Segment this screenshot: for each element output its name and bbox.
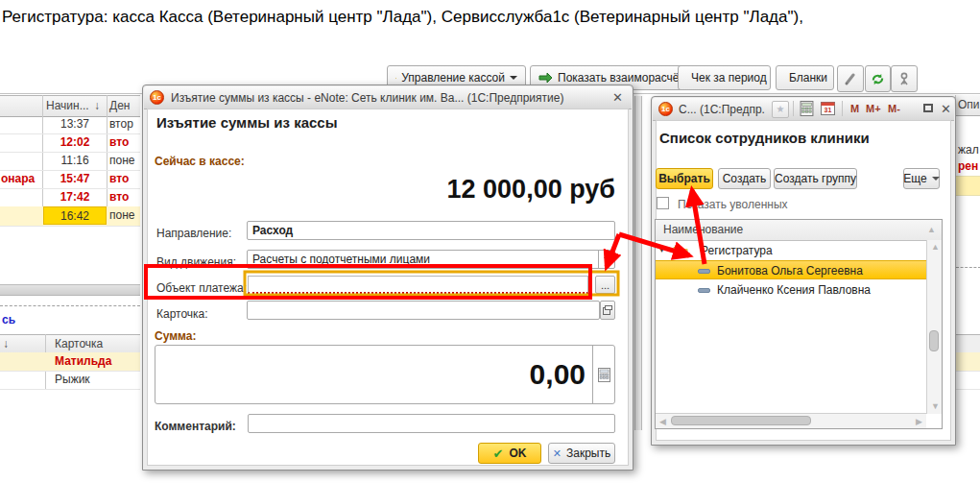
svg-text:31: 31 (825, 107, 832, 113)
schedule-row-selected[interactable]: 16:42 поне (0, 206, 140, 227)
employees-dialog-titlebar[interactable]: 1с С... (1С:Предпр. ★ 31 М М+ М- ✕ (653, 98, 954, 121)
payment-object-field[interactable] (248, 276, 588, 294)
tree-employee-row-selected[interactable]: Бонитова Ольга Сергеевна (656, 260, 926, 279)
create-label: Создать (723, 172, 767, 185)
movement-field[interactable]: Расчеты с подотчетными лицами (247, 250, 615, 269)
create-button[interactable]: Создать (718, 168, 771, 189)
vertical-scrollbar[interactable]: ▲ ▼ (926, 240, 942, 414)
schedule-row[interactable]: 12:02 вто (0, 133, 140, 153)
page-title: Регистратура: касса Касса (Ветеринарный … (2, 8, 980, 27)
check-icon: ✔ (493, 447, 504, 461)
pane-splitter[interactable] (0, 284, 140, 296)
direction-field[interactable]: Расход (247, 221, 615, 240)
tree-employee-row[interactable]: Клайченко Ксения Павловна (656, 280, 926, 300)
calculator-icon (800, 101, 814, 116)
select-button[interactable]: Выбрать (656, 168, 713, 189)
schedule-row[interactable]: 13:37 втор (0, 115, 140, 134)
close-button[interactable]: ✕ Закрыть (548, 443, 615, 464)
sum-label: Сумма: (155, 329, 196, 343)
payment-object-picker-button[interactable]: ... (595, 276, 615, 294)
employee-name: Бонитова Ольга Сергеевна (717, 264, 863, 278)
horizontal-scrollbar[interactable]: ◀ ▶ (656, 413, 926, 428)
schedule-col-time[interactable]: Начин... (46, 99, 89, 112)
card-row[interactable]: Рыжик (0, 371, 140, 390)
manage-cash-label: Управление кассой (401, 71, 505, 85)
strip-header-label: Опи (958, 98, 980, 111)
chevron-down-icon (604, 257, 611, 261)
close-x-icon: ✕ (553, 447, 562, 460)
memory-m-button[interactable]: М (850, 103, 859, 114)
blanks-button[interactable]: Бланки (776, 65, 834, 90)
withdraw-dialog-titlebar[interactable]: 1с Изъятие суммы из кассы - eNote: Сеть … (144, 86, 632, 109)
schedule-row[interactable]: онара 15:47 вто (0, 170, 140, 189)
strip-row: жал (958, 143, 979, 157)
movement-dropdown-button[interactable] (598, 251, 615, 268)
dashed-divider (0, 305, 140, 306)
show-fired-checkbox[interactable] (657, 197, 669, 209)
partial-link[interactable]: сь (2, 313, 15, 326)
chevron-down-icon (932, 177, 940, 181)
cards-header-row[interactable]: ↓ Карточка (0, 334, 140, 354)
pen-icon (844, 72, 857, 85)
scroll-up-icon[interactable]: ▲ (931, 243, 940, 252)
select-label: Выбрать (658, 172, 710, 185)
cell-time: 17:42 (43, 190, 107, 204)
open-form-icon (603, 305, 612, 315)
folder-icon (673, 244, 688, 261)
withdraw-dialog-title: Изъятие суммы из кассы - eNote: Сеть кли… (171, 91, 563, 105)
cell-card: Матильда (55, 354, 111, 368)
cards-col-card[interactable]: Карточка (55, 337, 103, 350)
create-group-button[interactable]: Создать группу (774, 168, 857, 189)
keys-button[interactable] (891, 65, 918, 92)
schedule-row[interactable]: 11:16 поне (0, 152, 140, 171)
receipt-period-button[interactable]: Чек за период (678, 65, 771, 90)
tree-group-row[interactable]: ▾ Регистратура (656, 241, 926, 260)
employees-heading: Список сотрудников клиники (659, 130, 870, 146)
schedule-row[interactable]: 17:42 вто (0, 188, 140, 207)
employee-name: Клайченко Ксения Павловна (717, 283, 871, 297)
memory-mplus-button[interactable]: М+ (866, 103, 881, 114)
card-field[interactable] (247, 301, 600, 320)
cashbox-icon (395, 71, 396, 85)
ok-button[interactable]: ✔ OK (478, 443, 541, 464)
cash-now-amount: 12 000,00 руб (447, 175, 615, 205)
schedule-header-row[interactable]: Начин... ↓ Ден (0, 95, 140, 117)
cell-name: онара (1, 172, 35, 185)
calendar-button[interactable]: 31 (821, 101, 835, 119)
cash-now-label: Сейчас в кассе: (155, 155, 245, 168)
memory-mminus-button[interactable]: М- (888, 103, 900, 114)
cell-time: 13:37 (43, 117, 107, 131)
maximize-icon[interactable] (923, 104, 933, 112)
vertical-scroll-thumb[interactable] (929, 330, 939, 351)
close-icon[interactable]: ✕ (941, 102, 951, 116)
comment-label: Комментарий: (155, 420, 236, 433)
movement-label: Вид движения: (156, 255, 236, 269)
sum-box[interactable]: 0,00 (155, 345, 615, 404)
scroll-right-icon[interactable]: ▶ (916, 418, 922, 426)
more-label: Еще (903, 172, 926, 185)
card-picker-button[interactable] (600, 301, 615, 320)
refresh-button[interactable] (865, 65, 891, 92)
horizontal-scroll-thumb[interactable] (671, 416, 811, 425)
schedule-col-day[interactable]: Ден (109, 99, 130, 112)
scroll-down-icon[interactable]: ▼ (931, 402, 940, 411)
app-logo-icon: 1с (150, 90, 164, 105)
pen-button[interactable] (837, 65, 864, 92)
more-button[interactable]: Еще (903, 168, 940, 189)
expand-icon[interactable]: ▾ (659, 244, 664, 254)
ellipsis-label: ... (601, 279, 610, 291)
close-icon[interactable]: ✕ (612, 90, 623, 105)
card-label: Карточка: (156, 307, 208, 321)
strip-white-row (956, 371, 980, 390)
card-row[interactable]: Матильда (0, 352, 140, 372)
calculator-button[interactable] (800, 101, 814, 119)
cell-time: 11:16 (43, 154, 107, 167)
scroll-left-icon[interactable]: ◀ (659, 418, 666, 426)
comment-field[interactable] (248, 414, 615, 433)
strip-highlight-cell (956, 176, 980, 196)
favorites-star-icon[interactable]: ★ (772, 101, 789, 118)
keys-icon (897, 72, 911, 86)
background-scroll-strip[interactable] (634, 96, 642, 430)
sum-calc-zone[interactable] (592, 346, 614, 403)
list-header-row[interactable]: Наименование ▲ (656, 220, 942, 241)
